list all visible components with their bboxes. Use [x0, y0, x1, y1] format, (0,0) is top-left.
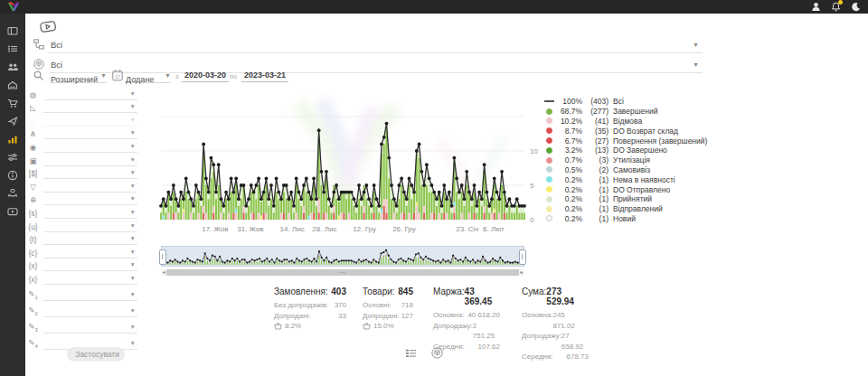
c-variable-filter-field[interactable]: ▼	[43, 247, 137, 258]
sidebar-item-customers[interactable]	[0, 58, 25, 76]
sidebar-item-dashboard[interactable]	[0, 22, 25, 40]
legend-item[interactable]: 0.2%(1)DO Отправлено	[542, 184, 712, 194]
chart-canvas[interactable]: 051017. Жов31. Жов14. Лис28. Лис12. Гру2…	[154, 93, 552, 238]
legend-percent: 6.7%	[557, 136, 582, 146]
chart-range-navigator[interactable]	[161, 246, 524, 268]
legend-item[interactable]: 0.5%(2)Самовивіз	[542, 165, 712, 175]
user-icon[interactable]	[811, 2, 821, 12]
disabled-filter-row[interactable]: ◌▼	[25, 113, 137, 127]
s-variable-filter-row[interactable]: {s}▼	[25, 205, 137, 219]
apply-button-label: Застосувати	[75, 350, 119, 359]
range-handle-right[interactable]	[519, 249, 526, 265]
legend-percent: 10.2%	[557, 117, 582, 126]
sidebar-item-info[interactable]	[0, 166, 25, 184]
funnel-filter-field[interactable]: ▼	[43, 181, 137, 193]
legend-item[interactable]: 0.2%(1)Новий	[542, 214, 712, 224]
horizontal-scrollbar[interactable]: ◂ ••• ▸	[161, 269, 524, 276]
list-view-button[interactable]	[405, 347, 417, 359]
legend-item[interactable]: 100%(403)Всі	[542, 97, 712, 107]
money-filter-row[interactable]: [$]▼	[25, 166, 137, 180]
product-view-button[interactable]	[431, 347, 443, 359]
custom-field-3-field[interactable]: ▼	[43, 322, 137, 334]
scrollbar-grip: •••	[339, 271, 345, 275]
legend-item[interactable]: 0.2%(1)Відправлений	[542, 204, 712, 214]
sidebar-item-warehouse[interactable]	[0, 76, 25, 94]
legend-label: Новий	[613, 214, 636, 223]
globe-filter-field[interactable]: ▼	[43, 89, 137, 100]
search-icon[interactable]	[33, 70, 44, 81]
sidebar-item-integrations[interactable]	[0, 148, 25, 166]
svg-text:17: 17	[115, 74, 120, 80]
range-handle-left[interactable]	[159, 249, 166, 265]
scrollbar-thumb[interactable]: •••	[166, 269, 519, 276]
custom-field-2-field[interactable]: ▼	[43, 306, 137, 317]
stat-sub-value: 245 871.02	[552, 310, 589, 331]
t-variable-filter-field[interactable]: ▼	[43, 233, 137, 245]
scroll-right-arrow[interactable]: ▸	[519, 269, 524, 276]
date-field-select[interactable]: Додане ▼	[126, 70, 171, 83]
legend-label: Відмова	[613, 117, 642, 126]
u-variable-filter-row[interactable]: {u}▼	[25, 219, 137, 232]
package-filter-field[interactable]: ▼	[43, 155, 137, 166]
chevron-down-icon: ▼	[130, 169, 136, 175]
app-logo[interactable]	[6, 1, 21, 13]
video-source-icon[interactable]	[39, 19, 57, 34]
c-variable-filter-row[interactable]: {c}▼	[25, 245, 137, 258]
sidebar-item-support[interactable]	[0, 184, 25, 202]
custom-field-3-row[interactable]: ✎3▼	[25, 317, 137, 334]
stat-sub-label: Без допродажів:	[274, 300, 328, 311]
legend-item[interactable]: 0.2%(1)Нема в наявності	[542, 174, 712, 184]
custom-field-1-row[interactable]: ✎1▼	[25, 285, 137, 301]
legend-item[interactable]: 6.7%(27)Повернення (завершений)	[542, 136, 712, 146]
sidebar-item-analytics[interactable]	[0, 130, 25, 148]
s-variable-filter-field[interactable]: ▼	[43, 207, 137, 219]
custom-field-1-field[interactable]: ▼	[43, 289, 137, 301]
custom-field-2-row[interactable]: ✎2▼	[25, 301, 137, 317]
legend-item[interactable]: 3.2%(13)DO Завершено	[542, 146, 712, 155]
c-variable-filter-icon: {c}	[25, 249, 41, 258]
hierarchy-filter-row[interactable]: ⋔▼	[25, 127, 137, 140]
money-filter-field[interactable]: ▼	[43, 167, 137, 179]
theme-moon-icon[interactable]	[851, 2, 861, 12]
svg-text:6. Лют: 6. Лют	[483, 225, 505, 233]
globe2-filter-row[interactable]: ⊕▼	[25, 193, 137, 206]
ruler-filter-row[interactable]: ◺▼	[25, 100, 137, 114]
legend-item[interactable]: 0.7%(3)Утилізація	[542, 155, 712, 165]
disabled-filter-field[interactable]: ▼	[43, 115, 137, 127]
fingerprint-filter-row[interactable]: ◉▼	[25, 139, 137, 153]
x2-variable-filter-row[interactable]: {x}▼	[25, 271, 137, 285]
legend-item[interactable]: 8.7%(35)DO Возврат склад	[542, 126, 712, 136]
fingerprint-filter-icon: ◉	[25, 143, 41, 153]
legend-label: Відправлений	[613, 204, 663, 213]
package-filter-row[interactable]: ▣▼	[25, 153, 137, 166]
funnel-filter-row[interactable]: ▽▼	[25, 179, 137, 193]
stat-title: Товари:	[363, 287, 395, 296]
legend-item[interactable]: 68.7%(277)Завершений	[542, 107, 712, 117]
t-variable-filter-row[interactable]: {t}▼	[25, 232, 137, 246]
globe2-filter-field[interactable]: ▼	[43, 193, 137, 205]
funnel-filter-icon: ▽	[25, 183, 41, 193]
u-variable-filter-field[interactable]: ▼	[43, 221, 137, 232]
search-mode-select[interactable]: Розширений ▼	[51, 70, 107, 83]
notifications-bell-icon[interactable]	[831, 2, 841, 12]
date-to-input[interactable]: 2023-03-21	[241, 70, 288, 82]
sidebar-item-cart[interactable]	[0, 94, 25, 112]
sidebar-item-video-lessons[interactable]	[0, 202, 25, 221]
sidebar-item-orders[interactable]	[0, 40, 25, 58]
s-variable-filter-icon: {s}	[25, 209, 41, 219]
stat-sub-label: Основна:	[522, 310, 552, 331]
globe-filter-row[interactable]: ◍▼	[25, 87, 137, 100]
legend-percent: 68.7%	[557, 107, 582, 116]
category-filter-select[interactable]: Всі ▼	[49, 38, 703, 53]
x-variable-filter-row[interactable]: {x}▼	[25, 258, 137, 272]
x-variable-filter-field[interactable]: ▼	[43, 259, 137, 271]
hierarchy-filter-field[interactable]: ▼	[43, 127, 137, 139]
x2-variable-filter-field[interactable]: ▼	[43, 273, 137, 285]
legend-item[interactable]: 10.2%(41)Відмова	[542, 117, 712, 127]
ruler-filter-field[interactable]: ▼	[43, 101, 137, 113]
fingerprint-filter-field[interactable]: ▼	[43, 141, 137, 153]
date-from-input[interactable]: 2020-03-20	[182, 70, 229, 82]
sidebar-item-broadcast[interactable]	[0, 112, 25, 130]
legend-item[interactable]: 0.2%(1)Прийнятий	[542, 194, 712, 204]
apply-button[interactable]: Застосувати	[67, 347, 125, 362]
